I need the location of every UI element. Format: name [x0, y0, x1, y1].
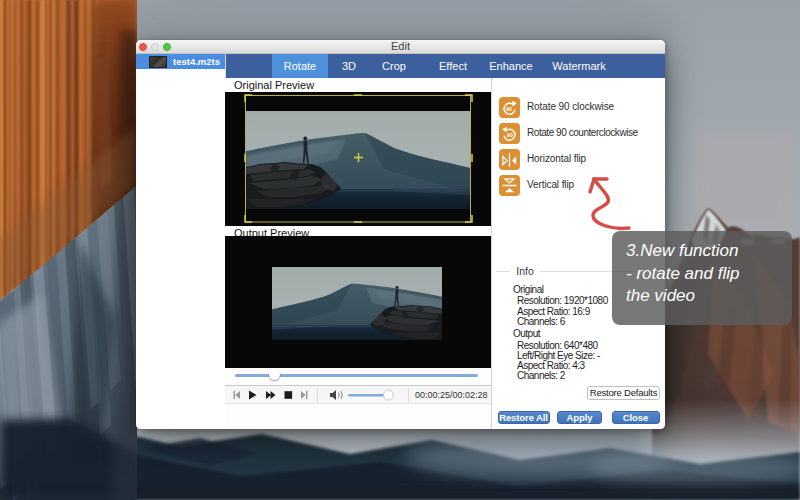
svg-text:90: 90	[506, 105, 512, 111]
svg-text:00:00:25/00:02:28: 00:00:25/00:02:28	[415, 390, 488, 400]
svg-text:90: 90	[507, 131, 513, 137]
